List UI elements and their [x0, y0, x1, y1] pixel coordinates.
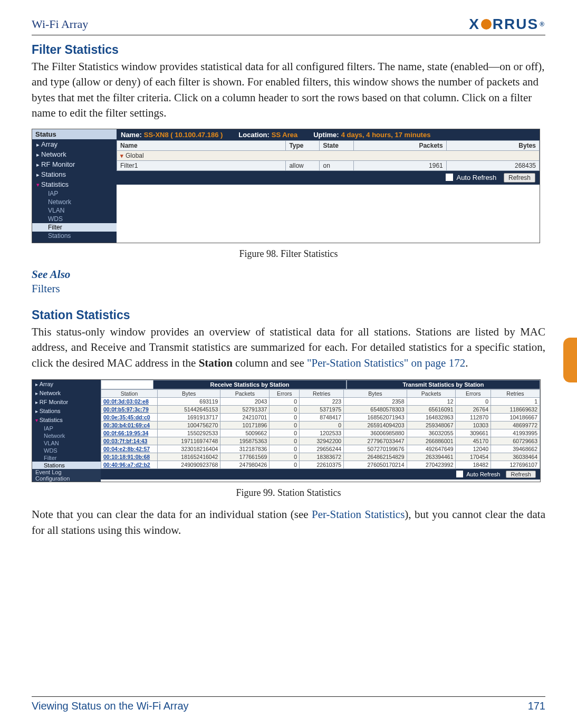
station-mac-link[interactable]: 00:10:18:91:0b:68	[101, 453, 158, 461]
stat-cell: 10171896	[220, 422, 270, 429]
col-packets[interactable]: Packets	[353, 140, 446, 150]
stat-cell: 195875363	[220, 437, 270, 445]
fig99-sidebar-item-statistics[interactable]: Statistics	[32, 416, 101, 425]
fig99-col-rx-errors[interactable]: Errors	[270, 390, 300, 398]
sidebar-item-stations[interactable]: Stations	[32, 169, 117, 179]
station-mac-link[interactable]: 00:40:96:a7:d2:b2	[101, 461, 158, 469]
station-mac-link[interactable]: 00:0e:35:45:dd:c0	[101, 414, 158, 422]
stat-cell: 0	[300, 422, 344, 429]
row-global[interactable]: ▾Global	[117, 150, 540, 160]
fig99-refresh-button[interactable]: Refresh	[506, 471, 536, 478]
station-mac-link[interactable]: 00:0f:3d:03:02:e8	[101, 398, 158, 406]
fig99-col-station[interactable]: Station	[101, 390, 158, 398]
see-also-link-filters[interactable]: Filters	[32, 281, 545, 296]
per-station-stats-link[interactable]: "Per-Station Statistics" on page 172	[307, 357, 465, 369]
fig99-table: Station Bytes Packets Errors Retries Byt…	[101, 389, 540, 469]
fig99-sidebar-sub-filter[interactable]: Filter	[32, 454, 101, 462]
stat-cell: 693119	[158, 398, 220, 406]
note-paragraph: Note that you can clear the data for an …	[32, 507, 545, 538]
note-per-station-link[interactable]: Per-Station Statistics	[312, 508, 405, 521]
station-mac-link[interactable]: 00:03:7f:bf:14:43	[101, 437, 158, 445]
fig98-title-bar: Name: SS-XN8 ( 10.100.47.186 ) Location:…	[117, 129, 540, 140]
filter-bytes-cell: 268435	[446, 160, 539, 170]
title-uptime-label: Uptime:	[313, 131, 339, 139]
fig99-col-tx-errors[interactable]: Errors	[456, 390, 491, 398]
sidebar-sub-stations[interactable]: Stations	[32, 232, 117, 240]
station-bold-word: Station	[199, 357, 233, 369]
stat-cell: 507270199676	[344, 445, 407, 453]
stat-cell: 39468662	[491, 445, 540, 453]
stat-cell: 45170	[456, 437, 491, 445]
stat-cell: 177661569	[220, 453, 270, 461]
stat-cell: 1202533	[300, 429, 344, 437]
fig99-sidebar-sub-vlan[interactable]: VLAN	[32, 439, 101, 447]
fig99-sidebar-configuration[interactable]: Configuration	[32, 475, 101, 482]
title-location-label: Location:	[238, 131, 270, 139]
stat-cell: 51442645153	[158, 406, 220, 414]
filter-name-cell[interactable]: Filter1	[117, 160, 286, 170]
table-row: 00:0f:3d:03:02:e86931192043022323581201	[101, 398, 540, 406]
sidebar-sub-iap[interactable]: IAP	[32, 189, 117, 198]
stat-cell: 32942200	[300, 437, 344, 445]
footer-left: Viewing Status on the Wi-Fi Array	[32, 700, 189, 712]
fig99-rx-header: Receive Statistics by Station	[153, 380, 347, 389]
station-mac-link[interactable]: 00:04:e2:8b:42:57	[101, 445, 158, 453]
table-row: 00:40:96:a7:d2:b224909092376824798042602…	[101, 461, 540, 469]
fig99-tx-header: Transmit Statistics by Station	[347, 380, 540, 389]
filter-packets-cell: 1961	[353, 160, 446, 170]
col-name[interactable]: Name	[117, 140, 286, 150]
sidebar-item-rf-monitor[interactable]: RF Monitor	[32, 159, 117, 169]
stat-cell: 112870	[456, 414, 491, 422]
auto-refresh-checkbox[interactable]	[446, 174, 453, 181]
stat-cell: 266886001	[407, 437, 456, 445]
stat-cell: 1550292533	[158, 429, 220, 437]
sidebar-sub-network[interactable]: Network	[32, 198, 117, 206]
refresh-button[interactable]: Refresh	[504, 173, 535, 183]
col-state[interactable]: State	[320, 140, 353, 150]
fig99-auto-refresh-checkbox[interactable]	[456, 471, 463, 477]
table-row: 00:04:e2:8b:42:5732301821640431218783602…	[101, 445, 540, 453]
sidebar-sub-vlan[interactable]: VLAN	[32, 206, 117, 215]
table-row: 00:0f:66:19:95:3415502925335009662012025…	[101, 429, 540, 437]
col-bytes[interactable]: Bytes	[446, 140, 539, 150]
fig99-sidebar-sub-stations[interactable]: Stations	[32, 462, 101, 469]
fig99-col-tx-bytes[interactable]: Bytes	[344, 390, 407, 398]
title-location-value: SS Area	[272, 131, 297, 139]
station-mac-link[interactable]: 00:0f:66:19:95:34	[101, 429, 158, 437]
sidebar-item-array[interactable]: Array	[32, 139, 117, 149]
fig99-sidebar: Array Network RF Monitor Stations Statis…	[32, 380, 101, 482]
xirrus-logo: XRRUS®	[469, 16, 545, 33]
header-title: Wi-Fi Array	[32, 17, 88, 31]
sidebar-item-network[interactable]: Network	[32, 149, 117, 159]
sidebar-sub-filter[interactable]: Filter	[32, 223, 117, 232]
stat-cell: 127696107	[491, 461, 540, 469]
fig99-sidebar-item-stations[interactable]: Stations	[32, 407, 101, 416]
fig99-sidebar-sub-network[interactable]: Network	[32, 432, 101, 439]
side-tab-marker	[563, 338, 577, 382]
stat-cell: 104186667	[491, 414, 540, 422]
sidebar-item-statistics[interactable]: Statistics	[32, 179, 117, 189]
fig99-sidebar-item-rf-monitor[interactable]: RF Monitor	[32, 398, 101, 407]
fig99-sidebar-item-network[interactable]: Network	[32, 389, 101, 398]
fig99-col-rx-retries[interactable]: Retries	[300, 390, 344, 398]
fig99-sidebar-item-array[interactable]: Array	[32, 380, 101, 389]
stat-cell: 249090923768	[158, 461, 220, 469]
fig99-col-tx-packets[interactable]: Packets	[407, 390, 456, 398]
fig99-sidebar-event-log[interactable]: Event Log	[32, 469, 101, 475]
fig99-sidebar-sub-wds[interactable]: WDS	[32, 447, 101, 454]
col-type[interactable]: Type	[286, 140, 320, 150]
sidebar-status-header[interactable]: Status	[32, 129, 117, 139]
fig99-col-rx-bytes[interactable]: Bytes	[158, 390, 220, 398]
title-name-label: Name:	[121, 131, 142, 139]
sidebar-sub-wds[interactable]: WDS	[32, 215, 117, 223]
stat-cell: 309661	[456, 429, 491, 437]
fig99-sidebar-sub-iap[interactable]: IAP	[32, 425, 101, 432]
fig99-col-tx-retries[interactable]: Retries	[491, 390, 540, 398]
stat-cell: 0	[270, 414, 300, 422]
fig99-col-rx-packets[interactable]: Packets	[220, 390, 270, 398]
stat-cell: 36032055	[407, 429, 456, 437]
station-mac-link[interactable]: 00:0f:b5:97:3c:79	[101, 406, 158, 414]
station-mac-link[interactable]: 00:30:b4:01:69:c4	[101, 422, 158, 429]
stat-cell: 24210701	[220, 414, 270, 422]
stat-cell: 29656244	[300, 445, 344, 453]
